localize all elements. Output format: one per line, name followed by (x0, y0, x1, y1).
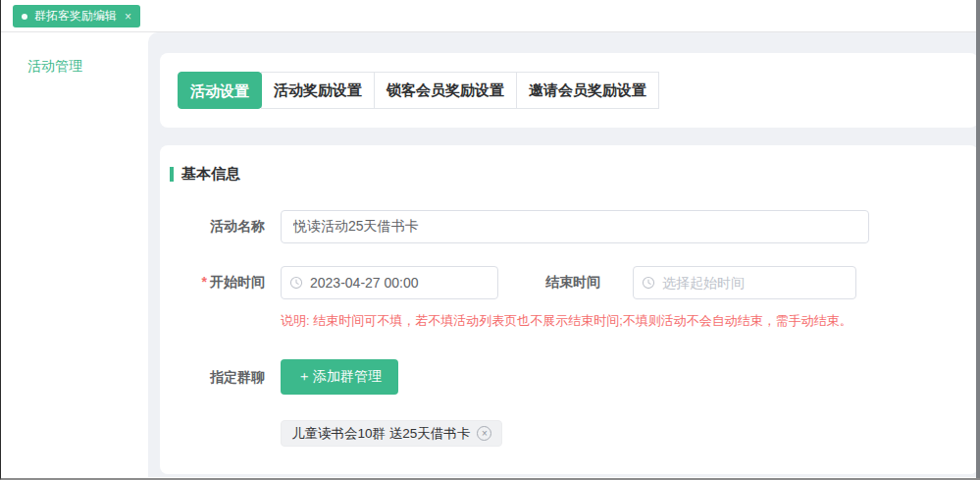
page-tab-label: 群拓客奖励编辑 (34, 8, 117, 25)
activity-name-input[interactable] (281, 210, 869, 243)
time-row: *开始时间 结束时间 (170, 266, 978, 299)
end-time-picker[interactable] (633, 266, 856, 299)
basic-info-card: 基本信息 活动名称 *开始时间 (160, 145, 978, 474)
opened-pages-strip: 群拓客奖励编辑 × (1, 0, 980, 32)
remove-tag-icon[interactable]: × (477, 426, 491, 441)
clock-icon (642, 276, 655, 290)
group-chat-label: 指定群聊 (170, 359, 265, 387)
body: 活动管理 活动设置 活动奖励设置 锁客会员奖励设置 邀请会员奖励设置 基本信息 (1, 32, 980, 477)
vertical-scrollbar[interactable] (976, 0, 980, 478)
activity-name-label: 活动名称 (170, 218, 265, 236)
app-window: 群拓客奖励编辑 × 活动管理 活动设置 活动奖励设置 锁客会员奖励设置 邀请会员… (0, 0, 980, 480)
sidebar-item-activity-management[interactable]: 活动管理 (1, 32, 148, 76)
start-time-label: *开始时间 (170, 274, 265, 292)
tab-activity-settings[interactable]: 活动设置 (178, 72, 262, 109)
plus-icon: ＋ (297, 368, 311, 386)
start-time-input[interactable] (310, 268, 490, 297)
section-accent-bar (170, 167, 174, 182)
tabs-card: 活动设置 活动奖励设置 锁客会员奖励设置 邀请会员奖励设置 (160, 53, 978, 128)
tab-bar: 活动设置 活动奖励设置 锁客会员奖励设置 邀请会员奖励设置 (178, 72, 659, 109)
end-time-label: 结束时间 (545, 274, 600, 292)
section-title: 基本信息 (181, 165, 240, 184)
tab-activity-reward-settings[interactable]: 活动奖励设置 (261, 72, 375, 109)
add-group-button-label: 添加群管理 (313, 368, 382, 386)
end-time-note: 说明: 结束时间可不填，若不填活动列表页也不展示结束时间;不填则活动不会自动结束… (281, 312, 978, 330)
clock-icon (289, 276, 303, 290)
basic-info-form: 活动名称 *开始时间 (170, 210, 978, 447)
start-time-picker[interactable] (281, 266, 498, 299)
tab-invite-member-reward-settings[interactable]: 邀请会员奖励设置 (516, 72, 659, 109)
tab-locked-member-reward-settings[interactable]: 锁客会员奖励设置 (374, 72, 517, 109)
selected-groups: 儿童读书会10群 送25天借书卡 × (281, 420, 978, 447)
required-asterisk: * (202, 274, 207, 290)
active-dot-icon (22, 14, 27, 20)
add-group-button[interactable]: ＋ 添加群管理 (281, 359, 398, 395)
group-tag: 儿童读书会10群 送25天借书卡 × (281, 420, 502, 447)
sidebar: 活动管理 (1, 32, 148, 477)
main-content: 活动设置 活动奖励设置 锁客会员奖励设置 邀请会员奖励设置 基本信息 活动名称 (148, 32, 980, 477)
close-icon[interactable]: × (125, 10, 131, 24)
end-time-input[interactable] (662, 268, 848, 297)
group-chat-row: 指定群聊 ＋ 添加群管理 (170, 359, 978, 395)
section-header: 基本信息 (170, 165, 978, 184)
page-tab-group-reward-edit[interactable]: 群拓客奖励编辑 × (13, 5, 140, 27)
activity-name-row: 活动名称 (170, 210, 978, 243)
group-tag-label: 儿童读书会10群 送25天借书卡 (291, 425, 470, 443)
